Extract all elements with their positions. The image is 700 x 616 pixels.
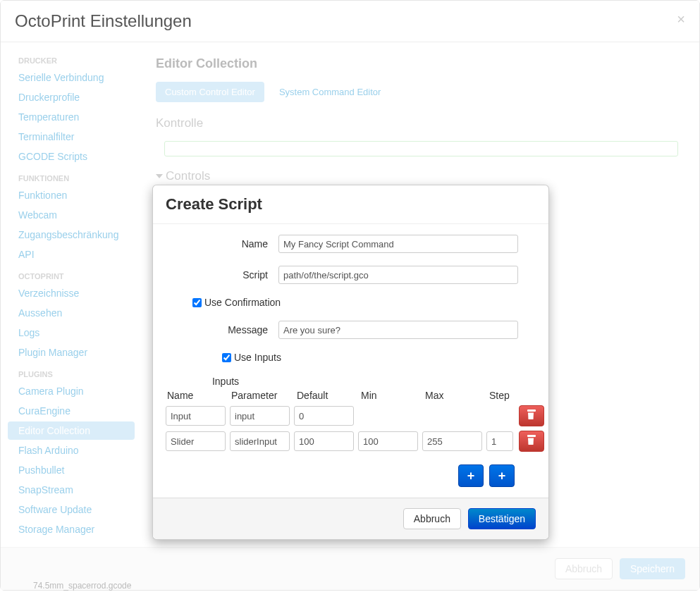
create-script-modal: Create Script Name Script Use Confirmati… <box>152 185 549 540</box>
inputs-section: Inputs Name Parameter Default Min Max St… <box>166 376 536 487</box>
delete-row-button[interactable] <box>519 431 544 452</box>
row-name-input[interactable] <box>166 406 226 426</box>
add-slider-button[interactable]: + <box>489 464 515 487</box>
script-label: Script <box>166 269 278 281</box>
col-default: Default <box>294 390 354 401</box>
inputs-heading: Inputs <box>166 376 285 387</box>
col-min: Min <box>358 390 418 401</box>
trash-icon <box>527 411 536 421</box>
row-default-input[interactable] <box>294 406 354 426</box>
modal-cancel-button[interactable]: Abbruch <box>403 508 461 529</box>
modal-header: Create Script <box>153 185 548 224</box>
row-step-input[interactable] <box>486 431 513 451</box>
modal-confirm-button[interactable]: Bestätigen <box>468 508 536 529</box>
col-max: Max <box>422 390 482 401</box>
row-parameter-input[interactable] <box>230 431 290 451</box>
modal-footer: Abbruch Bestätigen <box>153 498 548 539</box>
name-label: Name <box>166 238 278 250</box>
input-row <box>166 405 536 426</box>
close-icon[interactable]: × <box>677 11 685 27</box>
use-inputs-checkbox[interactable] <box>222 353 231 362</box>
script-input[interactable] <box>278 266 518 284</box>
row-max-input[interactable] <box>422 431 482 451</box>
settings-header: OctoPrint Einstellungen × <box>1 1 699 42</box>
use-confirmation-checkbox[interactable] <box>192 298 202 307</box>
modal-body: Name Script Use Confirmation Message Use… <box>153 224 548 498</box>
message-label: Message <box>166 324 278 335</box>
settings-title: OctoPrint Einstellungen <box>15 11 685 31</box>
row-parameter-input[interactable] <box>230 406 290 426</box>
delete-row-button[interactable] <box>519 405 544 426</box>
col-name: Name <box>166 390 226 401</box>
name-input[interactable] <box>278 235 518 253</box>
message-input[interactable] <box>278 321 518 339</box>
row-default-input[interactable] <box>294 431 354 451</box>
input-row <box>166 431 536 452</box>
use-confirmation-label: Use Confirmation <box>204 297 281 308</box>
inputs-header-row: Name Parameter Default Min Max Step <box>166 390 536 401</box>
col-step: Step <box>486 390 515 401</box>
row-name-input[interactable] <box>166 431 226 451</box>
trash-icon <box>527 436 536 446</box>
modal-title: Create Script <box>166 195 536 214</box>
use-inputs-label: Use Inputs <box>234 352 281 363</box>
settings-dialog: OctoPrint Einstellungen × DruckerSeriell… <box>0 0 700 591</box>
row-min-input[interactable] <box>358 431 418 451</box>
add-input-button[interactable]: + <box>458 464 484 487</box>
col-parameter: Parameter <box>230 390 290 401</box>
background-filename: 74.5mm_spacerrod.gcode <box>33 581 131 591</box>
